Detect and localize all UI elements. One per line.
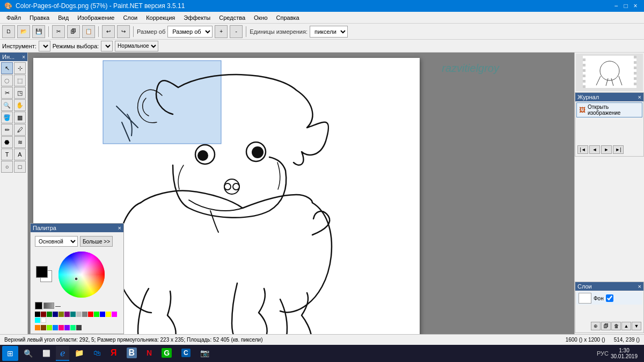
toolbox-close[interactable]: × (22, 54, 25, 60)
palette-close[interactable]: × (118, 225, 121, 231)
taskbar-app-c[interactable]: C (177, 346, 195, 361)
taskview-btn[interactable]: ⬜ (38, 346, 55, 361)
menu-edit[interactable]: Правка (25, 13, 54, 22)
color-swatch-lime[interactable] (94, 312, 99, 317)
menu-help[interactable]: Справка (272, 13, 304, 22)
color-swatch-teal[interactable] (70, 312, 76, 317)
palette-more-btn[interactable]: Больше >> (80, 236, 113, 247)
size-down-btn[interactable]: - (230, 25, 243, 38)
selection-select[interactable] (101, 41, 113, 51)
color-swatch-olive[interactable] (58, 312, 64, 317)
color-swatch-white[interactable] (41, 317, 46, 323)
redo-btn[interactable]: ↪ (117, 25, 130, 38)
taskbar-explorer[interactable]: 📁 (70, 346, 88, 361)
color-swatch-darkred[interactable] (41, 312, 46, 317)
black-swatch[interactable] (35, 302, 42, 309)
copy-btn[interactable]: 🗐 (67, 25, 80, 38)
tool-select-btn[interactable]: ↖ (1, 62, 13, 74)
color-swatch-yellow[interactable] (106, 312, 111, 317)
cut-btn[interactable]: ✂ (52, 25, 65, 38)
taskbar-yandex[interactable]: Я (106, 346, 121, 361)
menu-window[interactable]: Окно (250, 13, 272, 22)
tool-select[interactable] (39, 41, 50, 51)
layer-item-0[interactable]: Фон (576, 292, 642, 305)
color-swatch-black[interactable] (35, 312, 40, 317)
tool-clone-btn[interactable]: ⬣ (1, 136, 13, 148)
mode-select[interactable]: Нормальное (115, 41, 158, 51)
tool-rect-btn[interactable]: □ (14, 161, 26, 173)
menu-tools[interactable]: Средства (215, 13, 250, 22)
foreground-color-swatch[interactable] (36, 266, 48, 278)
color-swatch-cyan[interactable] (35, 317, 40, 323)
minimize-button[interactable]: − (612, 2, 620, 10)
taskbar-netflix[interactable]: N (142, 346, 156, 361)
journal-nav-first[interactable]: |◄ (577, 145, 588, 154)
new-btn[interactable]: 🗋 (2, 25, 15, 38)
color-swatch-chartreuse[interactable] (47, 325, 52, 330)
color-swatch-azure[interactable] (53, 325, 58, 330)
journal-nav-prev[interactable]: ◄ (589, 145, 600, 154)
color-swatch-darkgray[interactable] (76, 325, 82, 330)
color-swatch-darkblue[interactable] (53, 312, 58, 317)
tool-zoom-btn[interactable]: 🔍 (1, 99, 13, 111)
color-swatch-rose[interactable] (58, 325, 64, 330)
layer-dup-btn[interactable]: 🗐 (601, 322, 611, 330)
tool-lasso-btn[interactable]: ◌ (1, 75, 13, 86)
taskbar-store[interactable]: 🛍 (89, 346, 105, 361)
taskbar-app-g[interactable]: G (157, 346, 176, 361)
maximize-button[interactable]: □ (621, 2, 630, 10)
tool-hand-btn[interactable]: ✋ (14, 99, 26, 111)
menu-correction[interactable]: Коррекция (142, 13, 179, 22)
layer-down-btn[interactable]: ▼ (632, 322, 641, 330)
layer-up-btn[interactable]: ▲ (621, 322, 631, 330)
size-up-btn[interactable]: + (215, 25, 228, 38)
palette-mode-combo[interactable]: Основной (35, 236, 78, 247)
start-button[interactable]: ⊞ (2, 346, 18, 361)
tool-crop-btn[interactable]: ✂ (1, 87, 13, 99)
open-btn[interactable]: 📂 (17, 25, 30, 38)
color-swatch-purple[interactable] (64, 312, 70, 317)
journal-nav-last[interactable]: ►| (613, 145, 624, 154)
tool-rotate-btn[interactable]: ◳ (14, 87, 26, 99)
taskbar-camera[interactable]: 📷 (196, 346, 214, 361)
taskbar-vk[interactable]: В (122, 346, 142, 361)
layer-del-btn[interactable]: 🗑 (611, 322, 621, 330)
tool-text-btn[interactable]: T (1, 149, 13, 160)
tool-move-btn[interactable]: ⊹ (14, 62, 26, 74)
tool-pencil-btn[interactable]: ✏ (1, 124, 13, 136)
save-btn[interactable]: 💾 (32, 25, 45, 38)
menu-effects[interactable]: Эффекты (179, 13, 215, 22)
color-swatch-magenta[interactable] (112, 312, 117, 317)
tool-fill-btn[interactable]: 🪣 (1, 112, 13, 123)
tool-text2-btn[interactable]: A (14, 149, 26, 160)
taskbar-ie[interactable]: ℯ (56, 346, 69, 361)
gradient-swatch[interactable] (43, 302, 54, 309)
units-combo[interactable]: пиксели (310, 26, 348, 38)
tool-rect-sel-btn[interactable]: ⬚ (14, 75, 26, 86)
color-swatch-red[interactable] (88, 312, 93, 317)
menu-layers[interactable]: Слои (119, 13, 142, 22)
tool-gradient-btn[interactable]: ▦ (14, 112, 26, 123)
color-wheel[interactable] (57, 250, 106, 299)
color-swatch-spring[interactable] (70, 325, 76, 330)
journal-close[interactable]: × (638, 94, 641, 100)
layers-close[interactable]: × (638, 283, 641, 290)
menu-file[interactable]: Файл (2, 13, 25, 22)
layer-add-btn[interactable]: ⊕ (591, 322, 601, 330)
menu-image[interactable]: Изображение (73, 13, 119, 22)
menu-view[interactable]: Вид (54, 13, 73, 22)
color-swatch-blue[interactable] (100, 312, 105, 317)
size-combo[interactable]: Размер об (167, 26, 213, 38)
color-swatch-violet[interactable] (64, 325, 70, 330)
journal-nav-next[interactable]: ► (601, 145, 612, 154)
tool-ellipse-btn[interactable]: ○ (1, 161, 13, 173)
journal-item-0[interactable]: 🖼 Открыть изображение (576, 102, 642, 117)
close-button[interactable]: × (631, 2, 640, 10)
tool-recolor-btn[interactable]: ≋ (14, 136, 26, 148)
color-swatch-gray[interactable] (82, 312, 87, 317)
color-swatch-orange[interactable] (35, 325, 40, 330)
paste-btn[interactable]: 📋 (82, 25, 95, 38)
layer-visibility[interactable] (606, 294, 613, 302)
color-swatch-brown[interactable] (41, 325, 46, 330)
color-swatch-darkgreen[interactable] (47, 312, 52, 317)
